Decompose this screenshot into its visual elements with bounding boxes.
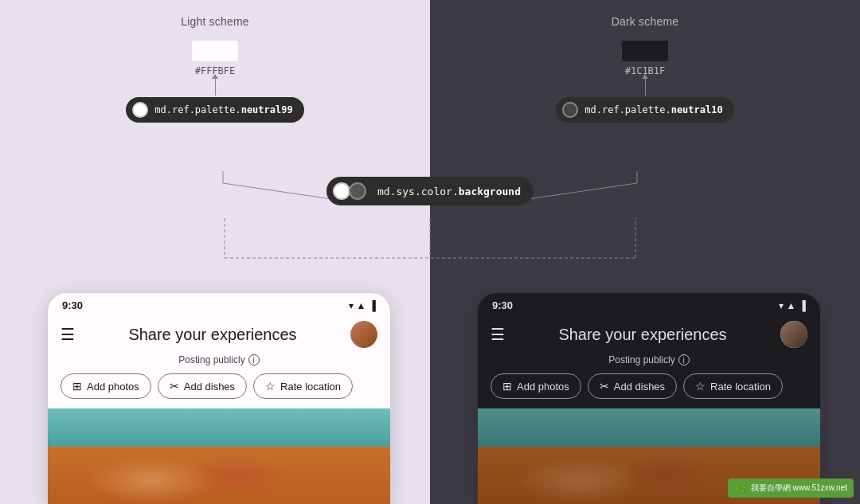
light-arrow (0, 76, 430, 97)
info-icon-dark: i (678, 354, 690, 365)
rate-location-icon: ☆ (265, 380, 276, 393)
light-chip-rate-location[interactable]: ☆ Rate location (253, 373, 353, 399)
dark-ref-token: md.ref.palette.neutral10 (430, 97, 860, 123)
watermark-icon: 🌿 (734, 482, 748, 494)
light-status-icons: ▾ ▲ ▐ (349, 300, 376, 311)
light-status-time: 9:30 (62, 299, 83, 311)
dark-add-dishes-label: Add dishes (614, 381, 665, 393)
light-circle (132, 102, 148, 118)
dark-swatch (621, 40, 669, 62)
light-posting-label: Posting publicly i (48, 354, 390, 365)
watermark: 🌿 我要自學網 www.51zxw.net (728, 479, 854, 498)
add-dishes-label: Add dishes (184, 381, 235, 393)
dark-arrow (430, 76, 860, 97)
dark-toolbar-title: Share your experiences (514, 326, 771, 344)
light-ref-token: md.ref.palette.neutral99 (0, 97, 430, 123)
add-photos-label: Add photos (87, 381, 139, 393)
light-chips: ⊞ Add photos ✂ Add dishes ☆ Rate locatio… (48, 373, 390, 408)
dark-menu-icon[interactable]: ☰ (491, 325, 505, 344)
light-phone-mockup: 9:30 ▾ ▲ ▐ ☰ Share your experiences Post… (48, 293, 390, 504)
light-ref-text: md.ref.palette.neutral99 (154, 104, 292, 115)
sys-circle-gray (349, 182, 366, 200)
dark-circle (562, 102, 578, 118)
light-chip-add-dishes[interactable]: ✂ Add dishes (158, 373, 247, 399)
dark-chip-add-dishes[interactable]: ✂ Add dishes (588, 373, 677, 399)
light-menu-icon[interactable]: ☰ (61, 325, 75, 344)
dark-rate-location-label: Rate location (710, 381, 771, 393)
dark-avatar (780, 321, 807, 348)
dark-chip-rate-location[interactable]: ☆ Rate location (683, 373, 783, 399)
dark-ref-pill: md.ref.palette.neutral10 (556, 97, 733, 123)
add-dishes-icon: ✂ (170, 380, 179, 393)
info-icon-light: i (248, 354, 260, 365)
dark-phone-mockup: 9:30 ▾ ▲ ▐ ☰ Share your experiences Post… (478, 293, 820, 504)
dark-rate-location-icon: ☆ (695, 380, 706, 393)
dark-add-photos-label: Add photos (517, 381, 569, 393)
dark-chip-add-photos[interactable]: ⊞ Add photos (491, 373, 581, 399)
wifi-icon: ▾ (349, 300, 354, 311)
light-ref-pill: md.ref.palette.neutral99 (126, 97, 303, 123)
dark-add-photos-icon: ⊞ (502, 380, 512, 393)
rate-location-label: Rate location (280, 381, 341, 393)
dark-add-dishes-icon: ✂ (600, 380, 609, 393)
sys-token-section: md.sys.color.background (326, 177, 534, 205)
dark-scheme-label: Dark scheme (612, 15, 679, 28)
sys-pill: md.sys.color.background (326, 177, 534, 205)
dark-ref-text: md.ref.palette.neutral10 (584, 104, 722, 115)
dark-status-icons: ▾ ▲ ▐ (779, 300, 806, 311)
light-toolbar: ☰ Share your experiences (48, 315, 390, 354)
battery-icon: ▐ (369, 300, 376, 311)
dark-status-time: 9:30 (492, 299, 513, 311)
dark-posting-label: Posting publicly i (478, 354, 820, 365)
light-status-bar: 9:30 ▾ ▲ ▐ (48, 293, 390, 315)
light-scheme-panel: Light scheme #FFFBFE md.ref.palette.neut… (0, 0, 430, 504)
dark-avatar-img (780, 321, 807, 348)
light-swatch-group: #FFFBFE (0, 40, 430, 76)
dark-toolbar: ☰ Share your experiences (478, 315, 820, 354)
dark-battery-icon: ▐ (799, 300, 806, 311)
sys-circle-white (333, 182, 350, 200)
light-scheme-label: Light scheme (181, 15, 249, 28)
watermark-text: 我要自學網 www.51zxw.net (751, 483, 847, 494)
light-chip-add-photos[interactable]: ⊞ Add photos (61, 373, 151, 399)
dark-status-bar: 9:30 ▾ ▲ ▐ (478, 293, 820, 315)
sys-token-text: md.sys.color.background (377, 186, 521, 197)
dark-wifi-icon: ▾ (779, 300, 784, 311)
dark-swatch-group: #1C1B1F (430, 40, 860, 76)
add-photos-icon: ⊞ (72, 380, 82, 393)
dark-chips: ⊞ Add photos ✂ Add dishes ☆ Rate locatio… (478, 373, 820, 408)
light-taco-scene (48, 408, 390, 504)
light-toolbar-title: Share your experiences (84, 326, 341, 344)
light-food-image (48, 408, 390, 504)
light-avatar (350, 321, 377, 348)
signal-icon: ▲ (357, 300, 366, 311)
light-swatch (191, 40, 239, 62)
page: Light scheme #FFFBFE md.ref.palette.neut… (0, 0, 860, 504)
light-avatar-img (350, 321, 377, 348)
dark-signal-icon: ▲ (787, 300, 796, 311)
dark-scheme-panel: Dark scheme #1C1B1F md.ref.palette.neutr… (430, 0, 860, 504)
